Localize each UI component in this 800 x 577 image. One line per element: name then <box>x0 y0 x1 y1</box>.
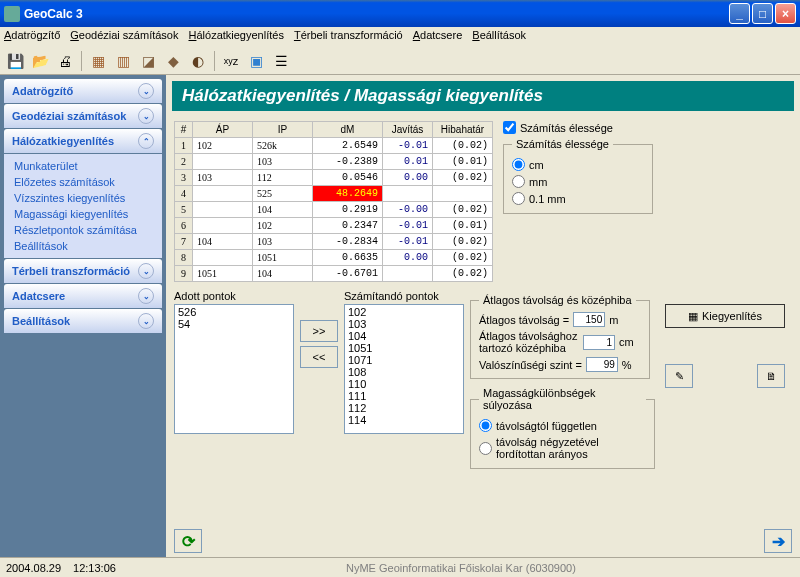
list-item[interactable]: 111 <box>346 390 462 402</box>
status-time: 12:13:06 <box>73 562 116 574</box>
app-icon <box>4 6 20 22</box>
content-area: Hálózatkiegyenlítés / Magassági kiegyenl… <box>166 75 800 557</box>
titlebar: GeoCalc 3 _ □ × <box>0 0 800 27</box>
chevron-icon: ⌄ <box>138 313 154 329</box>
atlagos-group: Átlagos távolság és középhiba Átlagos tá… <box>470 294 650 379</box>
table-row[interactable]: 7104103-0.2834-0.01(0.02) <box>175 234 493 250</box>
table-row[interactable]: 810510.66350.00(0.02) <box>175 250 493 266</box>
settings-icon[interactable]: ☰ <box>270 50 292 72</box>
data-table-wrap: #ÁPIPdMJavításHibahatár1102526k2.6549-0.… <box>174 121 493 282</box>
tool-icon-2[interactable]: ▥ <box>112 50 134 72</box>
chevron-icon: ⌃ <box>138 133 154 149</box>
table-row[interactable]: 1102526k2.6549-0.01(0.02) <box>175 138 493 154</box>
adott-label: Adott pontok <box>174 290 294 302</box>
tool-icon-6[interactable]: ▣ <box>245 50 267 72</box>
sulyozas-group: Magasságkülönbségek súlyozása távolságtó… <box>470 387 655 469</box>
move-right-button[interactable]: >> <box>300 320 338 342</box>
chevron-icon: ⌄ <box>138 83 154 99</box>
sidebar-item[interactable]: Előzetes számítások <box>4 174 162 190</box>
list-item[interactable]: 1071 <box>346 354 462 366</box>
sidebar-item[interactable]: Vízszintes kiegyenlítés <box>4 190 162 206</box>
sidebar-header[interactable]: Adatcsere⌄ <box>4 284 162 308</box>
sidebar-header[interactable]: Beállítások⌄ <box>4 309 162 333</box>
list-item[interactable]: 114 <box>346 414 462 426</box>
print-icon[interactable]: 🖨 <box>54 50 76 72</box>
sharpness-checkbox[interactable]: Számítás élessége <box>503 121 653 134</box>
chart-icon-button[interactable]: ✎ <box>665 364 693 388</box>
table-row[interactable]: 31031120.05460.00(0.02) <box>175 170 493 186</box>
save-icon[interactable]: 💾 <box>4 50 26 72</box>
list-item[interactable]: 108 <box>346 366 462 378</box>
tool-icon-5[interactable]: ◐ <box>187 50 209 72</box>
menu-item[interactable]: Hálózatkiegyenlítés <box>189 29 284 45</box>
sharpness-group: Számítás élessége cm mm 0.1 mm <box>503 138 653 214</box>
sidebar: Adatrögzítő⌄Geodéziai számítások⌄Hálózat… <box>0 75 166 557</box>
list-item[interactable]: 103 <box>346 318 462 330</box>
list-item[interactable]: 102 <box>346 306 462 318</box>
list-item[interactable]: 112 <box>346 402 462 414</box>
radio-cm[interactable]: cm <box>512 156 644 173</box>
table-row[interactable]: 91051104-0.6701(0.02) <box>175 266 493 282</box>
next-button[interactable]: ➔ <box>764 529 792 553</box>
menubar: AdatrögzítőGeodéziai számításokHálózatki… <box>0 27 800 47</box>
tavolsag-input[interactable] <box>573 312 605 327</box>
sidebar-header[interactable]: Hálózatkiegyenlítés⌃ <box>4 129 162 153</box>
radio-forditott[interactable]: távolság négyzetével fordítottan arányos <box>479 434 646 462</box>
radio-01mm[interactable]: 0.1 mm <box>512 190 644 207</box>
sidebar-item[interactable]: Beállítások <box>4 238 162 254</box>
table-row[interactable]: 452548.2649 <box>175 186 493 202</box>
toolbar: 💾 📂 🖨 ▦ ▥ ◪ ◆ ◐ xyz ▣ ☰ <box>0 47 800 75</box>
sidebar-item[interactable]: Részletpontok számítása <box>4 222 162 238</box>
chevron-icon: ⌄ <box>138 108 154 124</box>
sidebar-header[interactable]: Adatrögzítő⌄ <box>4 79 162 103</box>
list-item[interactable]: 110 <box>346 378 462 390</box>
col-header[interactable]: Javítás <box>383 122 433 138</box>
sidebar-header[interactable]: Geodéziai számítások⌄ <box>4 104 162 128</box>
tool-icon-1[interactable]: ▦ <box>87 50 109 72</box>
sidebar-header[interactable]: Térbeli transzformáció⌄ <box>4 259 162 283</box>
table-row[interactable]: 51040.2919-0.00(0.02) <box>175 202 493 218</box>
szamitando-listbox[interactable]: 10210310410511071108110111112114 <box>344 304 464 434</box>
radio-mm[interactable]: mm <box>512 173 644 190</box>
col-header[interactable]: IP <box>253 122 313 138</box>
close-button[interactable]: × <box>775 3 796 24</box>
app-title: GeoCalc 3 <box>24 7 729 21</box>
list-item[interactable]: 526 <box>176 306 292 318</box>
minimize-button[interactable]: _ <box>729 3 750 24</box>
maximize-button[interactable]: □ <box>752 3 773 24</box>
col-header[interactable]: Hibahatár <box>433 122 493 138</box>
data-table[interactable]: #ÁPIPdMJavításHibahatár1102526k2.6549-0.… <box>174 121 493 282</box>
report-icon-button[interactable]: 🗎 <box>757 364 785 388</box>
list-item[interactable]: 104 <box>346 330 462 342</box>
sidebar-item[interactable]: Magassági kiegyenlítés <box>4 206 162 222</box>
menu-item[interactable]: Beállítások <box>472 29 526 45</box>
table-row[interactable]: 61020.2347-0.01(0.01) <box>175 218 493 234</box>
sidebar-item[interactable]: Munkaterület <box>4 158 162 174</box>
menu-item[interactable]: Adatcsere <box>413 29 463 45</box>
kiegyenlites-button[interactable]: ▦ Kiegyenlítés <box>665 304 785 328</box>
move-left-button[interactable]: << <box>300 346 338 368</box>
col-header[interactable]: # <box>175 122 193 138</box>
chevron-icon: ⌄ <box>138 263 154 279</box>
menu-item[interactable]: Geodéziai számítások <box>70 29 178 45</box>
col-header[interactable]: ÁP <box>193 122 253 138</box>
list-item[interactable]: 54 <box>176 318 292 330</box>
open-icon[interactable]: 📂 <box>29 50 51 72</box>
list-item[interactable]: 1051 <box>346 342 462 354</box>
table-row[interactable]: 2103-0.23890.01(0.01) <box>175 154 493 170</box>
col-header[interactable]: dM <box>313 122 383 138</box>
status-date: 2004.08.29 <box>6 562 61 574</box>
menu-item[interactable]: Térbeli transzformáció <box>294 29 403 45</box>
valoszinuseg-input[interactable] <box>586 357 618 372</box>
statusbar: 2004.08.29 12:13:06 NyME Geoinformatikai… <box>0 557 800 577</box>
radio-fuggetlen[interactable]: távolságtól független <box>479 417 646 434</box>
refresh-button[interactable]: ⟳ <box>174 529 202 553</box>
adott-listbox[interactable]: 52654 <box>174 304 294 434</box>
status-org: NyME Geoinformatikai Főiskolai Kar (6030… <box>128 562 794 574</box>
xyz-icon[interactable]: xyz <box>220 50 242 72</box>
tool-icon-3[interactable]: ◪ <box>137 50 159 72</box>
tool-icon-4[interactable]: ◆ <box>162 50 184 72</box>
kozephiba-input[interactable] <box>583 335 615 350</box>
menu-item[interactable]: Adatrögzítő <box>4 29 60 45</box>
szamitando-label: Számítandó pontok <box>344 290 464 302</box>
